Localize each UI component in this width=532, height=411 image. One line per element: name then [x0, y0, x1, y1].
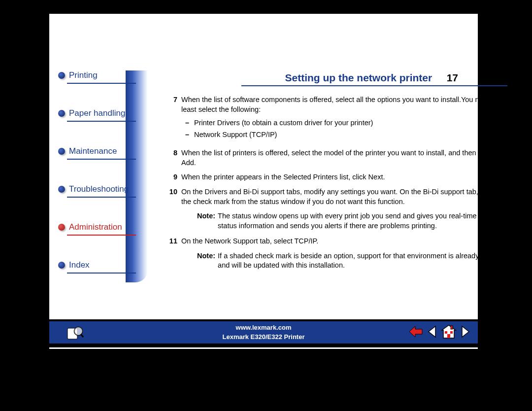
footer: www.lexmark.com Lexmark E320/E322 Printe…: [49, 319, 478, 349]
step-number: 8: [167, 148, 181, 168]
step-body: When the list of software components is …: [181, 96, 507, 113]
subitem-text: Network Support (TCP/IP): [194, 130, 277, 140]
note-label: Note:: [197, 211, 218, 231]
step-number: 7: [167, 95, 181, 143]
document-page: Printing Paper handling Maintenance Trou…: [49, 14, 478, 349]
sidebar-gradient: [126, 70, 148, 282]
step-number: 11: [167, 237, 181, 246]
note-label: Note:: [197, 251, 218, 271]
sidebar: Printing Paper handling Maintenance Trou…: [49, 70, 148, 298]
search-icon[interactable]: [66, 325, 84, 340]
svg-rect-6: [447, 334, 450, 338]
subitem: – Network Support (TCP/IP): [181, 130, 507, 140]
nav-underline: [67, 159, 136, 160]
nav-underline: [67, 121, 136, 122]
bullet-icon: [58, 148, 65, 155]
footer-url[interactable]: www.lexmark.com: [223, 323, 305, 332]
bullet-icon: [58, 186, 65, 193]
note-block: Note: The status window opens up with ev…: [167, 211, 507, 231]
subitem-text: Printer Drivers (to obtain a custom driv…: [194, 118, 373, 128]
dash-icon: –: [185, 118, 194, 128]
nav-underline: [67, 235, 136, 236]
svg-rect-7: [451, 326, 453, 329]
main-content: 7 When the list of software components i…: [167, 95, 507, 276]
nav-label: Index: [69, 260, 90, 272]
step-text: When the printer appears in the Selected…: [181, 172, 507, 182]
home-icon[interactable]: [441, 324, 457, 341]
nav-label: Administration: [69, 222, 122, 234]
note-text: If a shaded check mark is beside an opti…: [218, 251, 507, 271]
step-number: 9: [167, 172, 181, 182]
step-7: 7 When the list of software components i…: [167, 95, 507, 143]
step-text: On the Drivers and Bi-Di support tabs, m…: [181, 187, 507, 206]
footer-center: www.lexmark.com Lexmark E320/E322 Printe…: [223, 323, 305, 341]
step-text: When the list of printers is offered, se…: [181, 148, 507, 168]
nav-item-index[interactable]: Index: [49, 260, 148, 274]
nav-underline: [67, 197, 136, 198]
nav-item-printing[interactable]: Printing: [49, 70, 148, 84]
bullet-icon: [58, 110, 65, 117]
nav-item-maintenance[interactable]: Maintenance: [49, 146, 148, 160]
step-text: On the Network Support tab, select TCP/I…: [181, 237, 507, 246]
nav-label: Troubleshooting: [69, 184, 129, 196]
back-arrow-icon[interactable]: [408, 325, 423, 340]
nav-item-troubleshooting[interactable]: Troubleshooting: [49, 184, 148, 198]
footer-bottom-bar: [49, 343, 478, 347]
footer-product: Lexmark E320/E322 Printer: [223, 333, 305, 342]
step-11: 11 On the Network Support tab, select TC…: [167, 237, 507, 246]
page-header: Setting up the network printer 17: [285, 72, 459, 84]
nav-label: Printing: [69, 70, 98, 82]
page-number: 17: [447, 72, 458, 83]
nav-label: Paper handling: [69, 108, 125, 120]
footer-bar: www.lexmark.com Lexmark E320/E322 Printe…: [49, 321, 478, 343]
footer-nav-icons: [408, 324, 470, 341]
step-9: 9 When the printer appears in the Select…: [167, 172, 507, 182]
note-block: Note: If a shaded check mark is beside a…: [167, 251, 507, 271]
bullet-icon: [58, 224, 65, 231]
dash-icon: –: [185, 130, 194, 140]
step-10: 10 On the Drivers and Bi-Di support tabs…: [167, 187, 507, 206]
page-title: Setting up the network printer: [285, 72, 432, 84]
note-text: The status window opens up with every pr…: [218, 211, 507, 231]
step-number: 10: [167, 187, 181, 206]
sublist: – Printer Drivers (to obtain a custom dr…: [181, 118, 507, 139]
svg-rect-4: [445, 331, 447, 334]
nav-underline: [67, 273, 136, 274]
nav-item-administration[interactable]: Administration: [49, 222, 148, 236]
nav-underline: [67, 83, 136, 84]
step-text: When the list of software components is …: [181, 95, 507, 143]
step-8: 8 When the list of printers is offered, …: [167, 148, 507, 168]
bullet-icon: [58, 262, 65, 269]
nav-item-paper-handling[interactable]: Paper handling: [49, 108, 148, 122]
next-page-icon[interactable]: [461, 325, 470, 340]
subitem: – Printer Drivers (to obtain a custom dr…: [181, 118, 507, 128]
svg-rect-5: [450, 331, 453, 334]
bullet-icon: [58, 72, 65, 79]
nav-label: Maintenance: [69, 146, 117, 158]
prev-page-icon[interactable]: [427, 325, 437, 340]
header-rule: [241, 85, 507, 86]
svg-line-3: [81, 334, 83, 337]
